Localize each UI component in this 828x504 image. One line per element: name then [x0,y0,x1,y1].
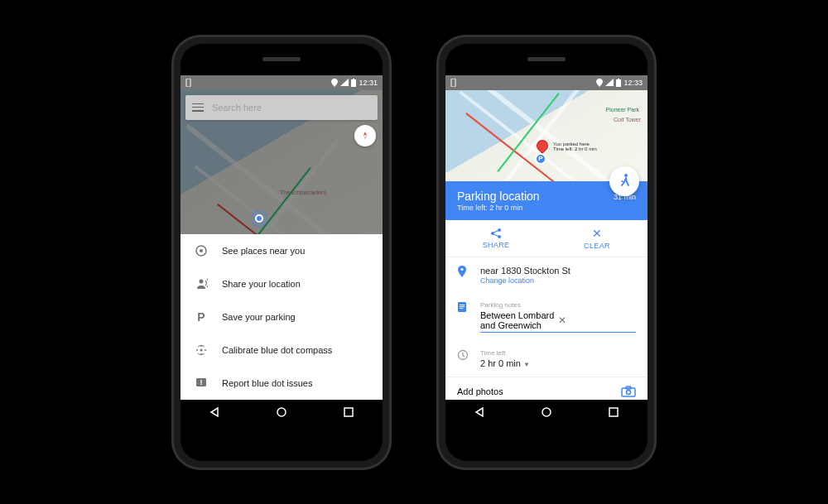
compass-button[interactable] [354,125,376,146]
parking-header: Parking location Time left: 2 hr 0 min 3… [445,181,647,220]
svg-point-20 [461,268,464,271]
svg-rect-22 [460,305,465,305]
add-photos-row[interactable]: Add photos [445,377,647,400]
clock-icon [457,349,470,361]
back-button[interactable] [473,406,486,419]
close-icon: ✕ [592,227,602,240]
clear-button[interactable]: ✕ CLEAR [546,220,647,257]
map-canvas[interactable]: Search here The Embarcadero 425 Market S… [181,90,383,234]
status-bar: 12:33 [445,75,647,90]
svg-point-11 [277,408,286,416]
place-icon [457,266,470,277]
svg-rect-0 [186,79,190,87]
header-subtitle: Time left: 2 hr 0 min [457,204,614,212]
svg-point-28 [627,390,631,394]
signal-icon [340,79,349,86]
share-button[interactable]: SHARE [445,220,546,257]
svg-point-18 [498,228,501,232]
target-icon [194,243,209,258]
svg-point-29 [542,408,551,416]
menu-item-share-location[interactable]: Share your location [181,267,383,300]
location-pin-icon [331,79,338,87]
compass-icon [194,343,209,358]
blue-dot[interactable] [255,214,263,223]
map-poi-label: The Embarcadero [280,190,326,195]
compass-needle-icon [360,131,370,141]
clock: 12:31 [359,79,378,87]
notes-row[interactable]: Parking notes Between Lombard and Greenw… [445,293,647,341]
menu-item-report[interactable]: ! Report blue dot issues [181,367,383,400]
screen-right: 12:33 Pioneer Park Coit Tower P You park… [445,75,647,425]
svg-rect-13 [451,79,455,87]
walk-icon [618,173,631,190]
battery-icon [351,79,356,87]
android-navbar [181,400,383,425]
home-button[interactable] [540,406,553,419]
share-location-icon [194,276,209,291]
android-navbar [445,400,647,425]
recents-button[interactable] [342,406,355,419]
svg-point-19 [498,235,501,238]
report-icon: ! [194,376,209,391]
notes-input[interactable]: Between Lombard and Greenwich ✕ [480,310,636,333]
parking-icon: P [194,310,209,324]
search-bar[interactable]: Search here [185,95,378,120]
svg-point-8 [200,348,203,351]
svg-rect-1 [351,79,356,87]
svg-point-6 [200,249,203,252]
location-pin-icon [596,79,603,87]
svg-marker-3 [363,132,367,136]
phone-left: 12:31 Search here The Embarcadero 425 Ma… [174,37,389,468]
svg-rect-12 [344,408,353,416]
svg-point-7 [200,279,204,283]
notes-icon [457,301,470,313]
bottom-sheet: See places near you Share your location … [181,234,383,400]
share-icon [489,228,503,239]
action-row: SHARE ✕ CLEAR [445,220,647,257]
svg-rect-15 [618,79,619,79]
address-row[interactable]: near 1830 Stockton St Change location [445,257,647,293]
phone-status-icon [450,79,456,87]
search-placeholder: Search here [212,103,262,113]
change-location-link[interactable]: Change location [480,276,636,285]
svg-rect-2 [353,79,354,79]
svg-rect-30 [609,408,618,416]
screen-left: 12:31 Search here The Embarcadero 425 Ma… [181,75,383,425]
detail-section: near 1830 Stockton St Change location Pa… [445,257,647,400]
map-poi-label: Pioneer Park [606,107,639,113]
menu-item-nearby[interactable]: See places near you [181,234,383,267]
camera-icon [621,386,636,397]
status-bar: 12:31 [181,75,383,90]
recents-button[interactable] [607,406,620,419]
phone-right: 12:33 Pioneer Park Coit Tower P You park… [439,37,654,468]
svg-point-16 [624,174,628,177]
parking-pin[interactable]: P You parked here Time left: 2 hr 0 min [537,140,548,151]
walk-fab[interactable] [609,166,639,196]
svg-rect-23 [460,306,465,307]
svg-rect-14 [616,79,621,87]
timeleft-row[interactable]: Time left 2 hr 0 min ▼ [445,341,647,377]
map-poi-label: Coit Tower [614,117,641,122]
svg-marker-4 [363,136,367,140]
clear-notes-icon[interactable]: ✕ [558,314,636,326]
phone-status-icon [185,79,191,87]
dropdown-icon: ▼ [523,361,530,368]
menu-icon[interactable] [192,103,204,112]
battery-icon [616,79,621,87]
home-button[interactable] [275,406,288,419]
svg-rect-24 [460,308,463,309]
back-button[interactable] [208,406,221,419]
clock: 12:33 [623,79,643,87]
menu-item-calibrate[interactable]: Calibrate blue dot compass [181,334,383,367]
signal-icon [605,79,614,86]
menu-item-save-parking[interactable]: P Save your parking [181,300,383,334]
header-title: Parking location [457,190,614,203]
svg-text:!: ! [200,378,203,386]
